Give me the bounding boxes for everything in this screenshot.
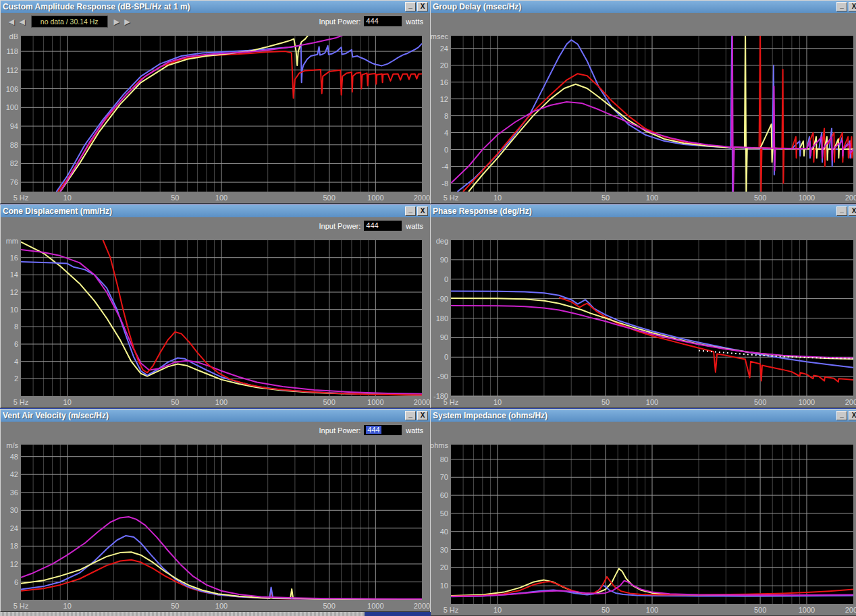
svg-text:10: 10 [63, 398, 72, 406]
svg-text:50: 50 [440, 509, 448, 517]
svg-text:30: 30 [440, 546, 448, 554]
svg-text:1000: 1000 [799, 606, 815, 614]
titlebar-phase[interactable]: Phase Response (deg/Hz) _ X [431, 205, 856, 217]
input-power-unit: watts [406, 426, 423, 435]
svg-text:88: 88 [10, 141, 18, 149]
minimize-button[interactable]: _ [405, 2, 416, 11]
minimize-button[interactable]: _ [836, 2, 847, 11]
chart-group-delay: msec24201612840-4-85 Hz10501005001000200… [431, 32, 856, 202]
svg-text:10: 10 [63, 602, 72, 610]
minimize-button[interactable]: _ [405, 411, 416, 420]
svg-text:100: 100 [6, 103, 18, 111]
titlebar-vent[interactable]: Vent Air Velocity (m/sec/Hz) _ X [1, 410, 430, 422]
nav-prev-icon[interactable]: ◄ [18, 16, 27, 28]
svg-text:m/s: m/s [6, 441, 18, 449]
svg-text:24: 24 [10, 524, 18, 532]
cone-toolbar: Input Power: 444 watts [1, 217, 430, 236]
window-system-impedance: System Impedance (ohms/Hz) _ X ohms80706… [430, 409, 856, 616]
svg-text:180: 180 [436, 314, 448, 323]
svg-text:-90: -90 [437, 295, 448, 303]
svg-text:5 Hz: 5 Hz [14, 602, 29, 610]
svg-text:40: 40 [440, 528, 448, 536]
horizontal-scrollbar[interactable] [0, 612, 431, 616]
svg-text:500: 500 [754, 194, 766, 202]
input-power-label: Input Power: [319, 222, 361, 230]
svg-text:18: 18 [10, 542, 18, 550]
titlebar-cone[interactable]: Cone Displacement (mm/Hz) _ X [1, 205, 430, 217]
close-button[interactable]: X [849, 2, 856, 11]
minimize-button[interactable]: _ [836, 206, 847, 216]
svg-text:90: 90 [440, 256, 448, 264]
svg-text:deg: deg [436, 237, 448, 245]
svg-text:50: 50 [171, 602, 179, 610]
svg-text:0: 0 [444, 275, 448, 283]
input-power-field[interactable]: 444 [364, 16, 402, 26]
svg-text:ohms: ohms [431, 441, 448, 449]
svg-text:500: 500 [323, 194, 335, 202]
svg-text:24: 24 [440, 45, 448, 53]
impedance-toolbar [431, 422, 856, 441]
nav-prev-far-icon[interactable]: ◄ [7, 16, 16, 28]
window-title: Cone Displacement (mm/Hz) [3, 206, 404, 216]
minimize-button[interactable]: _ [836, 411, 847, 420]
svg-text:100: 100 [646, 398, 658, 406]
vent-toolbar: Input Power: 444 watts [1, 422, 430, 441]
close-button[interactable]: X [849, 206, 856, 216]
input-power-group: Input Power: 444 watts [319, 221, 423, 231]
svg-text:100: 100 [646, 606, 658, 614]
svg-text:10: 10 [10, 306, 18, 314]
svg-text:100: 100 [646, 194, 658, 202]
window-cone-displacement: Cone Displacement (mm/Hz) _ X Input Powe… [0, 204, 431, 408]
input-power-label: Input Power: [319, 426, 361, 435]
minimize-button[interactable]: _ [405, 206, 416, 216]
close-button[interactable]: X [417, 411, 428, 420]
svg-text:70: 70 [440, 473, 448, 481]
svg-text:42: 42 [10, 470, 18, 478]
input-power-field[interactable]: 444 [364, 221, 402, 231]
titlebar-impedance[interactable]: System Impedance (ohms/Hz) _ X [431, 410, 856, 422]
svg-text:60: 60 [440, 491, 448, 499]
svg-text:2000: 2000 [845, 606, 856, 614]
amplitude-toolbar: ◄ ◄ no data / 30.14 Hz ► ► Input Power: … [1, 13, 430, 32]
svg-text:6: 6 [14, 340, 18, 348]
close-button[interactable]: X [417, 2, 428, 11]
svg-text:1000: 1000 [799, 194, 815, 202]
scrollbar-thumb[interactable] [0, 612, 365, 616]
svg-text:94: 94 [10, 122, 18, 130]
svg-text:dB: dB [9, 32, 18, 40]
nav-next-icon[interactable]: ► [112, 16, 122, 28]
window-group-delay: Group Delay (msec/Hz) _ X msec2420161284… [430, 0, 856, 204]
svg-text:mm: mm [6, 237, 18, 245]
svg-text:-90: -90 [437, 372, 448, 381]
svg-text:6: 6 [14, 578, 18, 586]
svg-text:90: 90 [440, 333, 448, 341]
svg-text:1000: 1000 [799, 398, 815, 406]
svg-text:30: 30 [10, 506, 18, 514]
svg-text:10: 10 [493, 194, 502, 202]
svg-text:20: 20 [440, 61, 448, 69]
svg-text:1000: 1000 [367, 602, 383, 610]
svg-text:50: 50 [171, 398, 179, 406]
titlebar-group-delay[interactable]: Group Delay (msec/Hz) _ X [431, 1, 856, 13]
window-title: Group Delay (msec/Hz) [433, 2, 835, 11]
svg-text:5 Hz: 5 Hz [444, 194, 459, 202]
svg-text:0: 0 [444, 146, 448, 154]
svg-text:1000: 1000 [367, 194, 383, 202]
input-power-label: Input Power: [319, 18, 361, 26]
titlebar-amplitude[interactable]: Custom Amplitude Response (dB-SPL/Hz at … [1, 1, 430, 13]
svg-text:2000: 2000 [414, 602, 430, 610]
svg-text:500: 500 [754, 606, 766, 614]
group-delay-toolbar [431, 13, 856, 32]
svg-text:5 Hz: 5 Hz [14, 194, 29, 202]
svg-text:-4: -4 [442, 163, 448, 171]
nav-next-far-icon[interactable]: ► [123, 16, 132, 28]
close-button[interactable]: X [417, 206, 428, 216]
app-desktop: { "chrome": { "minimize_glyph": "_", "cl… [0, 0, 856, 616]
svg-text:5 Hz: 5 Hz [14, 398, 29, 406]
svg-text:8: 8 [444, 112, 448, 120]
input-power-field[interactable]: 444 [364, 425, 402, 435]
close-button[interactable]: X [849, 411, 856, 420]
svg-text:16: 16 [10, 254, 18, 262]
svg-text:100: 100 [215, 398, 228, 406]
window-title: System Impedance (ohms/Hz) [433, 411, 835, 420]
